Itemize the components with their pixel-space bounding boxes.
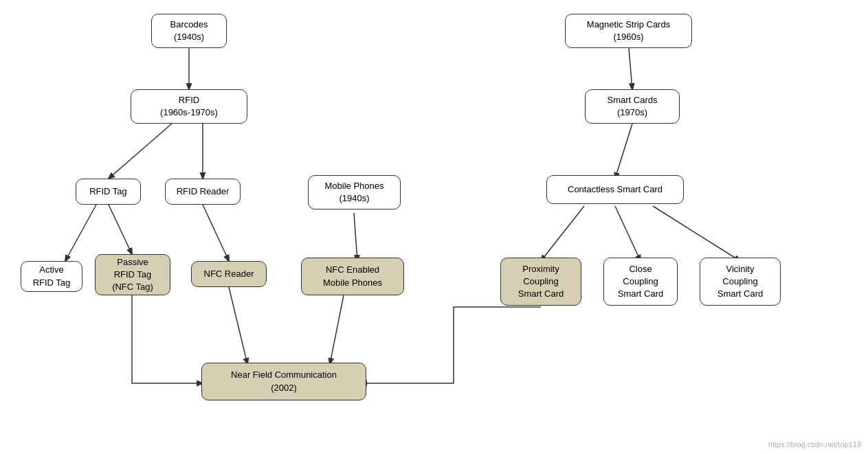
svg-line-10: [615, 124, 632, 179]
close-node: Close Coupling Smart Card: [603, 258, 678, 306]
rfid-node: RFID (1960s-1970s): [131, 89, 247, 124]
svg-line-1: [109, 124, 172, 179]
smart-cards-node: Smart Cards (1970s): [585, 89, 680, 124]
passive-rfid-node: Passive RFID Tag (NFC Tag): [95, 254, 170, 295]
svg-line-5: [203, 205, 229, 261]
magnetic-node: Magnetic Strip Cards (1960s): [565, 14, 692, 48]
barcodes-node: Barcodes (1940s): [151, 14, 227, 48]
contactless-node: Contactless Smart Card: [546, 175, 684, 204]
rfid-reader-node: RFID Reader: [165, 179, 241, 205]
svg-line-4: [109, 205, 132, 254]
vicinity-node: Vicinity Coupling Smart Card: [700, 258, 781, 306]
mobile-phones-node: Mobile Phones (1940s): [308, 175, 401, 209]
watermark: https://blog.csdn.net/top119: [768, 440, 861, 449]
svg-line-8: [330, 295, 344, 364]
nfc-enabled-node: NFC Enabled Mobile Phones: [301, 258, 404, 295]
svg-line-13: [653, 206, 740, 261]
nfc-reader-node: NFC Reader: [191, 261, 267, 287]
rfid-tag-node: RFID Tag: [76, 179, 141, 205]
diagram: Barcodes (1940s) RFID (1960s-1970s) RFID…: [0, 0, 868, 454]
nfc-2002-node: Near Field Communication (2002): [201, 363, 366, 400]
active-rfid-node: Active RFID Tag: [21, 261, 82, 292]
arrows-svg: [0, 0, 868, 454]
svg-line-9: [629, 48, 632, 89]
svg-line-6: [229, 287, 247, 364]
svg-line-3: [65, 205, 96, 261]
svg-line-11: [541, 206, 584, 261]
proximity-node: Proximity Coupling Smart Card: [500, 258, 581, 306]
svg-line-12: [615, 206, 641, 261]
svg-line-7: [354, 213, 357, 261]
